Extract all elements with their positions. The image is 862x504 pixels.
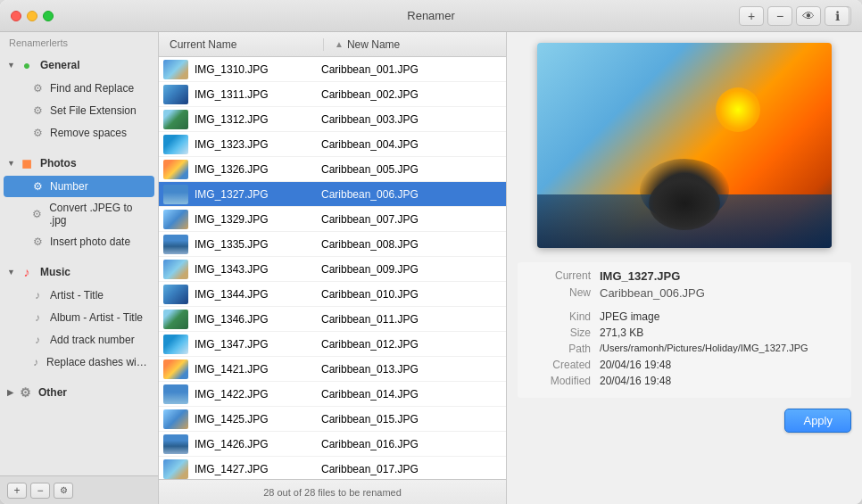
file-row[interactable]: IMG_1326.JPGCaribbean_005.JPG (159, 157, 506, 182)
insert-photo-date-icon: ⚙ (30, 235, 45, 249)
file-list-panel: Current Name ▲ New Name IMG_1310.JPGCari… (159, 32, 507, 504)
file-current-name: IMG_1421.JPG (189, 363, 314, 376)
file-current-name: IMG_1327.JPG (189, 188, 314, 201)
file-new-name: Caribbean_002.JPG (314, 88, 506, 101)
file-row[interactable]: IMG_1427.JPGCaribbean_017.JPG (159, 457, 506, 479)
sidebar-item-number[interactable]: ⚙ Number (4, 176, 154, 197)
preview-toggle-button[interactable]: 👁 (796, 6, 821, 26)
sidebar-item-artist-title[interactable]: ♪ Artist - Title (4, 285, 154, 306)
sidebar-item-convert-jpeg[interactable]: ⚙ Convert .JPEG to .jpg (4, 198, 154, 230)
sidebar-item-insert-photo-date[interactable]: ⚙ Insert photo date (4, 231, 154, 252)
file-current-name: IMG_1426.JPG (189, 438, 314, 450)
triangle-other: ▶ (7, 388, 13, 397)
sidebar-section-music: ▼ ♪ Music ♪ Artist - Title ♪ Album - Art… (0, 257, 158, 377)
file-row[interactable]: IMG_1335.JPGCaribbean_008.JPG (159, 232, 506, 257)
file-row[interactable]: IMG_1422.JPGCaribbean_014.JPG (159, 382, 506, 407)
preview-image (537, 43, 832, 248)
file-list-body[interactable]: IMG_1310.JPGCaribbean_001.JPGIMG_1311.JP… (159, 57, 506, 479)
file-current-name: IMG_1343.JPG (189, 263, 314, 276)
add-button[interactable]: + (739, 6, 764, 26)
file-row[interactable]: IMG_1347.JPGCaribbean_012.JPG (159, 332, 506, 357)
sidebar-item-add-track[interactable]: ♪ Add track number (4, 329, 154, 351)
sidebar-group-general[interactable]: ▼ ● General (0, 54, 158, 77)
current-label: Current (528, 269, 591, 283)
other-icon: ⚙ (17, 384, 33, 401)
minimize-button[interactable] (27, 11, 37, 21)
file-new-name: Caribbean_011.JPG (314, 313, 506, 326)
file-current-name: IMG_1344.JPG (189, 288, 314, 301)
sidebar-section-other: ▶ ⚙ Other (0, 377, 158, 408)
info-size: Size 271,3 KB (528, 326, 841, 339)
file-row[interactable]: IMG_1323.JPGCaribbean_004.JPG (159, 132, 506, 157)
file-thumbnail (162, 133, 189, 156)
file-row[interactable]: IMG_1421.JPGCaribbean_013.JPG (159, 357, 506, 382)
apply-button[interactable]: Apply (784, 409, 851, 433)
file-row[interactable]: IMG_1343.JPGCaribbean_009.JPG (159, 257, 506, 282)
file-thumbnail (162, 58, 189, 81)
sidebar-remove-button[interactable]: − (30, 483, 50, 499)
boat-silhouette (640, 159, 729, 221)
general-label: General (40, 59, 80, 71)
file-thumbnail (162, 358, 189, 381)
sidebar-add-button[interactable]: + (7, 483, 27, 499)
sort-arrow: ▲ (335, 39, 344, 49)
file-row[interactable]: IMG_1329.JPGCaribbean_007.JPG (159, 207, 506, 232)
info-path: Path /Users/ramonh/Pictures/Holiday/IMG_… (528, 343, 841, 355)
file-row[interactable]: IMG_1310.JPGCaribbean_001.JPG (159, 57, 506, 82)
file-row[interactable]: IMG_1346.JPGCaribbean_011.JPG (159, 307, 506, 332)
modified-value: 20/04/16 19:48 (600, 375, 671, 387)
file-thumbnail (162, 83, 189, 106)
artist-title-label: Artist - Title (50, 289, 104, 302)
photos-label: Photos (40, 157, 77, 169)
file-new-name: Caribbean_009.JPG (314, 263, 506, 276)
preview-sun (716, 87, 760, 132)
sidebar-group-other[interactable]: ▶ ⚙ Other (0, 381, 158, 404)
file-current-name: IMG_1346.JPG (189, 313, 314, 326)
info-current: Current IMG_1327.JPG (528, 269, 841, 283)
sidebar-group-music[interactable]: ▼ ♪ Music (0, 260, 158, 284)
add-track-icon: ♪ (30, 333, 45, 347)
file-thumbnail (162, 233, 189, 256)
file-row[interactable]: IMG_1344.JPGCaribbean_010.JPG (159, 282, 506, 307)
remove-button[interactable]: − (767, 6, 792, 26)
current-value: IMG_1327.JPG (600, 269, 680, 283)
created-value: 20/04/16 19:48 (600, 359, 671, 371)
file-current-name: IMG_1335.JPG (189, 238, 314, 251)
sidebar-section-general: ▼ ● General ⚙ Find and Replace ⚙ Set Fil… (0, 50, 158, 148)
file-row[interactable]: IMG_1311.JPGCaribbean_002.JPG (159, 82, 506, 107)
preview-image-container (518, 43, 851, 248)
info-created: Created 20/04/16 19:48 (528, 359, 841, 371)
sidebar-item-set-extension[interactable]: ⚙ Set File Extension (4, 100, 154, 121)
renamerlerts-label: Renamerlerts (0, 32, 158, 50)
file-new-name: Caribbean_004.JPG (314, 138, 506, 151)
main-window: 🔗 Renamer + − 👁 ℹ Renamerlerts ▼ ● Gener… (0, 0, 862, 504)
file-row[interactable]: IMG_1425.JPGCaribbean_015.JPG (159, 407, 506, 432)
file-current-name: IMG_1425.JPG (189, 413, 314, 426)
sidebar-settings-button[interactable]: ⚙ (54, 483, 73, 499)
convert-jpeg-label: Convert .JPEG to .jpg (49, 202, 147, 227)
size-label: Size (528, 326, 591, 339)
kind-value: JPEG image (600, 310, 659, 323)
file-thumbnail (162, 183, 189, 206)
file-current-name: IMG_1310.JPG (189, 63, 314, 76)
sidebar-item-replace-dashes[interactable]: ♪ Replace dashes with unde... (4, 351, 154, 373)
file-thumbnail (162, 108, 189, 131)
file-row[interactable]: IMG_1312.JPGCaribbean_003.JPG (159, 107, 506, 132)
file-row[interactable]: IMG_1426.JPGCaribbean_016.JPG (159, 432, 506, 457)
file-new-name: Caribbean_003.JPG (314, 113, 506, 126)
general-icon: ● (19, 57, 35, 73)
file-thumbnail (162, 333, 189, 356)
maximize-button[interactable] (43, 11, 54, 21)
sidebar-group-photos[interactable]: ▼ ◼ Photos (0, 152, 158, 175)
col-new-header: ▲ New Name (324, 38, 506, 51)
close-button[interactable] (11, 11, 21, 21)
info-button[interactable]: ℹ (825, 6, 850, 26)
sidebar-section-photos: ▼ ◼ Photos ⚙ Number ⚙ Convert .JPEG to .… (0, 148, 158, 257)
file-thumbnail (162, 433, 189, 456)
file-list-footer: 28 out of 28 files to be renamed (159, 479, 506, 504)
sidebar-item-album-artist-title[interactable]: ♪ Album - Artist - Title (4, 307, 154, 328)
sidebar-item-remove-spaces[interactable]: ⚙ Remove spaces (4, 122, 154, 144)
sidebar-item-find-replace[interactable]: ⚙ Find and Replace (4, 78, 154, 99)
file-row[interactable]: IMG_1327.JPGCaribbean_006.JPG (159, 182, 506, 207)
modified-label: Modified (528, 375, 591, 387)
